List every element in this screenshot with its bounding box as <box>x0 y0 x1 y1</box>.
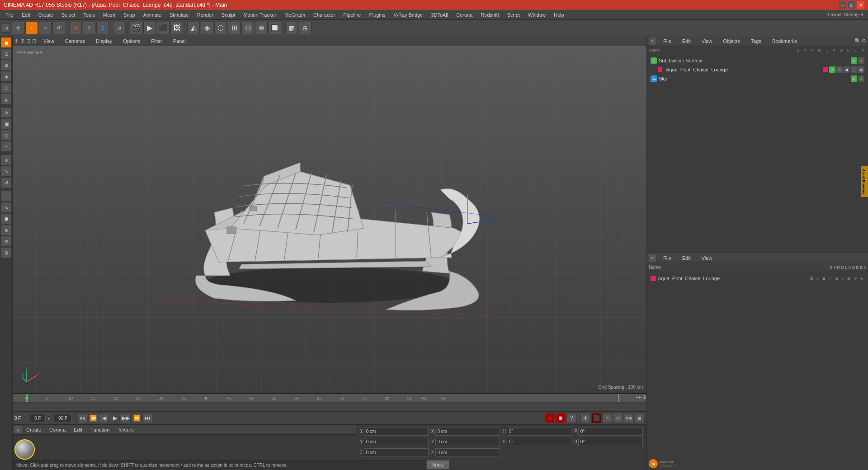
coord-x-scale[interactable] <box>435 428 500 436</box>
menu-sculpt[interactable]: Sculpt <box>218 11 239 19</box>
obj-tag-gray-5[interactable]: ▦ <box>858 66 864 73</box>
toolbar-z-axis[interactable]: Z <box>96 22 109 34</box>
toolbar-world-coord[interactable]: ⊞ <box>113 22 126 34</box>
toolbar-mode-btn[interactable]: ⊡ <box>2 24 11 33</box>
mat-menu-edit[interactable]: Edit <box>70 426 86 433</box>
obj-tag-gray-2[interactable]: ⬡ <box>836 66 843 73</box>
transport-go-end[interactable]: ⏭ <box>142 413 152 423</box>
mat-menu-corona[interactable]: Corona <box>46 426 69 433</box>
menu-select[interactable]: Select <box>58 11 79 19</box>
toolbar-move-btn[interactable]: ↕ <box>25 22 38 34</box>
tool-array[interactable]: ⊛ <box>1 225 12 235</box>
viewport-tab-options[interactable]: Options <box>119 38 144 45</box>
tool-null[interactable]: ⊟ <box>1 236 12 247</box>
coord-z-pos[interactable] <box>364 448 429 456</box>
tl-ctrl-2[interactable]: ▸ <box>639 395 642 400</box>
attr-icon-7[interactable]: ▦ <box>846 276 852 281</box>
menu-window[interactable]: Window <box>524 11 549 19</box>
coord-p-rot[interactable] <box>578 428 643 436</box>
transport-question[interactable]: ? <box>566 413 576 423</box>
transport-autokey[interactable]: ⏺ <box>556 413 566 423</box>
toolbar-obj-mode-5[interactable]: ⊟ <box>241 22 254 34</box>
tool-point-mode[interactable]: ⊡ <box>1 48 12 59</box>
toolbar-render-view[interactable]: ▶ <box>143 22 156 34</box>
obj-tag-check-3[interactable]: ✓ <box>851 75 857 82</box>
viewport-tab-filter[interactable]: Filter <box>147 38 165 45</box>
transport-play-sound[interactable]: P <box>613 413 623 423</box>
toolbar-obj-mode-6[interactable]: ⊛ <box>255 22 268 34</box>
tool-scale[interactable]: ⤡ <box>1 166 12 177</box>
toolbar-y-axis[interactable]: Y <box>83 22 95 34</box>
attr-icon-4[interactable]: ◻ <box>827 276 833 281</box>
om-menu-view[interactable]: View <box>698 38 716 45</box>
obj-tag-check-1[interactable]: ✓ <box>851 57 857 64</box>
menu-plugins[interactable]: Plugins <box>365 11 389 19</box>
transport-add-key[interactable]: ✛ <box>580 413 590 423</box>
obj-tag-gray-1[interactable]: ✕ <box>858 57 864 64</box>
tool-5[interactable]: ⬡ <box>1 82 12 93</box>
obj-tag-check-2[interactable]: ✓ <box>829 66 835 73</box>
toolbar-render-region[interactable]: 🎬 <box>130 22 142 34</box>
close-button[interactable]: ✕ <box>857 1 864 9</box>
toolbar-scale-btn[interactable]: ⤡ <box>39 22 52 34</box>
coord-b-rot[interactable] <box>578 438 643 446</box>
menu-file[interactable]: File <box>2 11 17 19</box>
timeline-track-area[interactable] <box>13 402 646 411</box>
transport-motion-clip[interactable]: ○ <box>602 413 612 423</box>
attr-icon-9[interactable]: ◈ <box>859 276 864 281</box>
transport-next-frame[interactable]: ▶▶ <box>121 413 131 423</box>
coord-z-scale[interactable] <box>435 448 500 456</box>
menu-character[interactable]: Character <box>310 11 339 19</box>
mat-menu-texture[interactable]: Texture <box>114 426 137 433</box>
toolbar-new-btn[interactable]: ✛ <box>12 22 24 34</box>
viewport-ctrl-3[interactable]: ⊡ <box>26 38 30 44</box>
transport-prev-key[interactable]: ⏪ <box>88 413 98 423</box>
tool-rotate[interactable]: ↺ <box>1 177 12 188</box>
menu-simulate[interactable]: Simulate <box>166 11 193 19</box>
attr-icon-5[interactable]: ⊞ <box>834 276 839 281</box>
attr-icon-8[interactable]: ⛛ <box>853 276 858 281</box>
menu-redshift[interactable]: Redshift <box>477 11 502 19</box>
attr-icon-2[interactable]: ⬡ <box>815 276 820 281</box>
obj-tag-gray-6[interactable]: ✕ <box>858 75 864 82</box>
attr-icon-6[interactable]: ☆ <box>840 276 845 281</box>
menu-edit[interactable]: Edit <box>18 11 34 19</box>
toolbar-obj-mode-2[interactable]: ◈ <box>201 22 213 34</box>
viewport-tab-display[interactable]: Display <box>92 38 116 45</box>
minimize-button[interactable]: ─ <box>839 1 846 9</box>
tool-camera[interactable]: ⊞ <box>1 247 12 258</box>
tool-object-mode[interactable]: ◼ <box>1 37 12 48</box>
coord-y-scale[interactable] <box>435 438 500 446</box>
coord-apply-button[interactable]: Apply <box>427 460 449 469</box>
toolbar-obj-mode-1[interactable]: ◭ <box>187 22 200 34</box>
om-search-icon[interactable]: 🔍 <box>854 38 861 44</box>
tool-rectangle-select[interactable]: ▣ <box>1 118 12 129</box>
tool-circle-select[interactable]: ◎ <box>1 130 12 141</box>
menu-render[interactable]: Render <box>193 11 217 19</box>
attr-aqua-pool-row[interactable]: Aqua_Pool_Chaise_Lounge 🖼 ⬡ ◼ ◻ ⊞ ☆ ▦ ⛛ … <box>649 274 866 283</box>
toolbar-grid-btn[interactable]: ▦ <box>285 22 298 34</box>
menu-mograph[interactable]: MoGraph <box>281 11 309 19</box>
toolbar-obj-mode-7[interactable]: 🔲 <box>269 22 281 34</box>
tool-spline[interactable]: ⌒ <box>1 191 12 202</box>
am-header-icon[interactable]: ≡ <box>649 254 656 262</box>
viewport-tab-cameras[interactable]: Cameras <box>61 38 89 45</box>
menu-animate[interactable]: Animate <box>140 11 165 19</box>
om-menu-edit[interactable]: Edit <box>679 38 694 45</box>
menu-script[interactable]: Script <box>504 11 524 19</box>
obj-aqua-pool[interactable]: Aqua_Pool_Chaise_Lounge ✓ ⬡ ◼ ◻ ▦ <box>649 65 866 74</box>
menu-tools[interactable]: Tools <box>80 11 99 19</box>
am-menu-file[interactable]: File <box>660 254 675 262</box>
transport-go-start[interactable]: ⏮ <box>77 413 87 423</box>
om-menu-bookmarks[interactable]: Bookmarks <box>769 38 801 45</box>
obj-tag-gray-4[interactable]: ◻ <box>851 66 857 73</box>
toolbar-obj-mode-4[interactable]: ⊞ <box>228 22 241 34</box>
viewport-3d[interactable]: Perspective <box>13 46 646 393</box>
menu-pipeline[interactable]: Pipeline <box>340 11 364 19</box>
viewport-ctrl-2[interactable]: ⊞ <box>20 38 24 44</box>
tool-edge-mode[interactable]: ⊞ <box>1 60 12 70</box>
om-menu-tags[interactable]: Tags <box>747 38 765 45</box>
viewport-tab-panel[interactable]: Panel <box>170 38 189 45</box>
menu-motion-tracker[interactable]: Motion Tracker <box>240 11 280 19</box>
om-menu-file[interactable]: File <box>660 38 675 45</box>
